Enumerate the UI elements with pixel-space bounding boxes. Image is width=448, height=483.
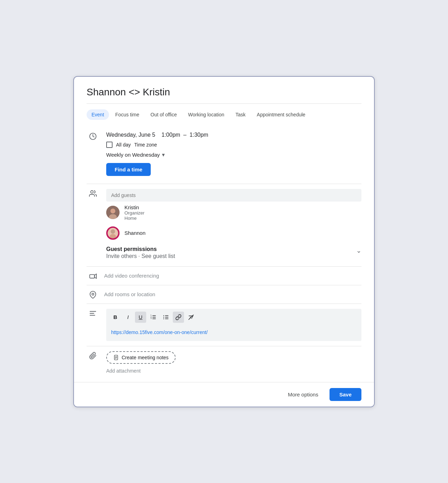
guest-kristin-info: Kristin Organizer Home <box>124 204 144 221</box>
find-time-button[interactable]: Find a time <box>106 163 151 176</box>
italic-button[interactable]: I <box>122 312 134 323</box>
editor-link[interactable]: https://demo.15five.com/one-on-one/curre… <box>111 329 208 335</box>
datetime-content: Wednesday, June 5 1:00pm – 1:30pm All da… <box>106 132 361 179</box>
timezone-link[interactable]: Time zone <box>134 142 157 148</box>
dash: – <box>183 132 186 138</box>
svg-point-3 <box>110 209 115 213</box>
guest-kristin-name: Kristin <box>124 204 144 210</box>
end-time[interactable]: 1:30pm <box>190 132 208 138</box>
ordered-list-button[interactable]: 1. 2. 3. <box>148 312 159 323</box>
location-icon <box>87 290 99 299</box>
tab-out-of-office[interactable]: Out of office <box>145 109 182 120</box>
event-title: Shannon <> Kristin <box>87 87 361 98</box>
svg-point-1 <box>91 190 93 193</box>
add-guests-input[interactable] <box>106 189 361 202</box>
svg-rect-9 <box>90 274 95 278</box>
footer: More options Save <box>74 382 374 407</box>
recurrence-label: Weekly on Wednesday <box>106 152 160 158</box>
svg-point-24 <box>163 315 164 316</box>
notes-icon <box>113 355 119 360</box>
create-meeting-notes-button[interactable]: Create meeting notes <box>106 351 176 364</box>
create-meeting-notes-label: Create meeting notes <box>122 355 169 360</box>
attachment-content: Create meeting notes Add attachment <box>106 351 361 375</box>
clear-format-button[interactable] <box>185 312 197 323</box>
editor-icon <box>87 309 99 317</box>
permissions-chevron-icon[interactable]: ⌄ <box>356 246 361 254</box>
location-row[interactable]: Add rooms or location <box>87 285 361 304</box>
guest-shannon-name: Shannon <box>124 230 145 236</box>
save-button[interactable]: Save <box>330 388 361 401</box>
guest-item-kristin: Kristin Organizer Home <box>106 202 361 224</box>
add-attachment-label[interactable]: Add attachment <box>106 367 361 375</box>
link-button[interactable] <box>173 312 184 323</box>
allday-checkbox[interactable] <box>106 142 113 148</box>
guest-kristin-meta2: Home <box>124 216 144 221</box>
clock-icon <box>87 132 99 140</box>
allday-row: All day Time zone <box>106 142 361 148</box>
tab-task[interactable]: Task <box>231 109 251 120</box>
allday-label[interactable]: All day <box>116 142 131 148</box>
guest-shannon-info: Shannon <box>124 230 145 236</box>
video-conferencing-row[interactable]: Add video conferencing <box>87 267 361 285</box>
editor-section: B I U 1. 2. 3. <box>87 304 361 346</box>
datetime-display: Wednesday, June 5 1:00pm – 1:30pm <box>106 132 361 138</box>
event-card: Shannon <> Kristin Event Focus time Out … <box>73 76 375 407</box>
svg-point-26 <box>163 318 164 319</box>
attachment-section: Create meeting notes Add attachment <box>87 346 361 382</box>
editor-toolbar: B I U 1. 2. 3. <box>106 309 361 326</box>
attachment-icon <box>87 351 99 360</box>
tab-appointment-schedule[interactable]: Appointment schedule <box>252 109 311 120</box>
more-options-button[interactable]: More options <box>282 388 324 401</box>
guests-icon <box>87 189 99 197</box>
editor-content-area: B I U 1. 2. 3. <box>106 309 361 341</box>
guests-content: Kristin Organizer Home <box>106 189 361 261</box>
svg-point-25 <box>163 317 164 317</box>
svg-point-6 <box>111 229 115 234</box>
location-label: Add rooms or location <box>104 291 155 297</box>
datetime-section: Wednesday, June 5 1:00pm – 1:30pm All da… <box>87 127 361 184</box>
svg-text:3.: 3. <box>151 318 152 319</box>
permissions-row: Guest permissions Invite others · See gu… <box>106 243 361 261</box>
permissions-title: Guest permissions <box>106 246 175 252</box>
tab-bar: Event Focus time Out of office Working l… <box>87 109 361 120</box>
avatar-shannon <box>106 226 120 240</box>
video-label: Add video conferencing <box>104 273 159 279</box>
start-time[interactable]: 1:00pm <box>162 132 180 138</box>
avatar-kristin <box>106 206 120 219</box>
editor-body[interactable]: https://demo.15five.com/one-on-one/curre… <box>106 326 361 341</box>
bold-button[interactable]: B <box>110 312 121 323</box>
svg-point-11 <box>92 293 94 295</box>
guest-item-shannon: Shannon <box>106 224 361 243</box>
recurrence-row[interactable]: Weekly on Wednesday ▾ <box>106 151 361 158</box>
svg-line-30 <box>189 315 194 320</box>
tab-event[interactable]: Event <box>87 109 109 120</box>
permissions-subtitle: Invite others · See guest list <box>106 253 175 259</box>
underline-button[interactable]: U <box>135 312 146 323</box>
recurrence-chevron-icon: ▾ <box>162 151 165 158</box>
tab-focus-time[interactable]: Focus time <box>110 109 144 120</box>
guests-section: Kristin Organizer Home <box>87 184 361 266</box>
title-divider <box>87 103 361 104</box>
tab-working-location[interactable]: Working location <box>183 109 229 120</box>
video-icon <box>87 272 99 280</box>
guest-kristin-meta1: Organizer <box>124 210 144 216</box>
date-label[interactable]: Wednesday, June 5 <box>106 132 155 138</box>
unordered-list-button[interactable] <box>160 312 171 323</box>
